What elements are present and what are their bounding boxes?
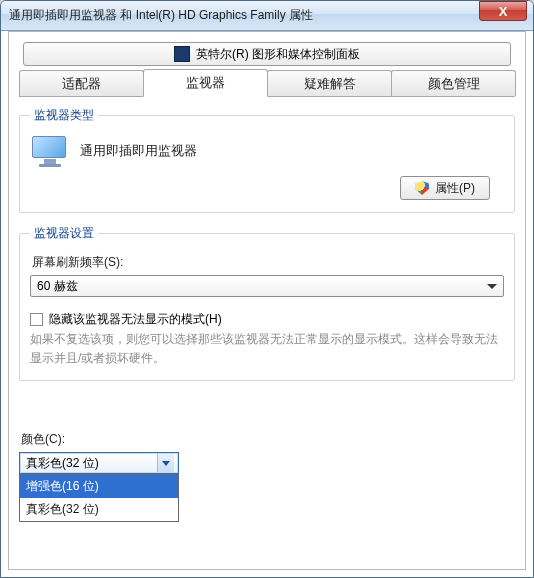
titlebar[interactable]: 通用即插即用监视器 和 Intel(R) HD Graphics Family …: [1, 1, 533, 31]
properties-button[interactable]: 属性(P): [400, 176, 490, 200]
chevron-down-icon: [487, 284, 497, 289]
close-icon: X: [499, 4, 508, 19]
properties-button-label: 属性(P): [435, 180, 475, 197]
client-area: 英特尔(R) 图形和媒体控制面板 适配器 监视器 疑难解答 颜色管理 监视器类型: [8, 31, 526, 570]
uac-shield-icon: [415, 181, 429, 195]
tab-label: 适配器: [62, 75, 101, 93]
tab-label: 颜色管理: [428, 75, 480, 93]
option-label: 增强色(16 位): [26, 479, 99, 493]
group-monitor-type: 监视器类型 通用即插即用监视器 属性(P): [19, 107, 515, 213]
refresh-rate-select[interactable]: 60 赫兹: [30, 275, 504, 297]
intel-control-panel-label: 英特尔(R) 图形和媒体控制面板: [196, 46, 360, 63]
color-dropdown-list: 增强色(16 位) 真彩色(32 位): [19, 474, 179, 522]
intel-control-panel-button[interactable]: 英特尔(R) 图形和媒体控制面板: [23, 42, 511, 66]
hide-modes-label: 隐藏该监视器无法显示的模式(H): [49, 311, 222, 328]
monitor-icon: [32, 136, 68, 166]
intel-icon: [174, 46, 190, 62]
color-select[interactable]: 真彩色(32 位): [19, 452, 179, 474]
tab-troubleshoot[interactable]: 疑难解答: [267, 70, 392, 96]
close-button[interactable]: X: [479, 1, 527, 21]
hide-modes-checkbox[interactable]: [30, 313, 43, 326]
color-select-dropdown-button[interactable]: [157, 454, 174, 472]
tab-label: 疑难解答: [304, 75, 356, 93]
tab-label: 监视器: [186, 74, 225, 92]
window-title: 通用即插即用监视器 和 Intel(R) HD Graphics Family …: [9, 7, 479, 24]
group-legend: 监视器设置: [30, 225, 98, 242]
group-monitor-settings: 监视器设置 屏幕刷新频率(S): 60 赫兹 隐藏该监视器无法显示的模式(H) …: [19, 225, 515, 381]
refresh-rate-value: 60 赫兹: [37, 278, 78, 295]
monitor-name: 通用即插即用监视器: [80, 142, 197, 160]
option-label: 真彩色(32 位): [26, 502, 99, 516]
group-legend: 监视器类型: [30, 107, 98, 124]
refresh-rate-label: 屏幕刷新频率(S):: [32, 254, 504, 271]
tabs: 适配器 监视器 疑难解答 颜色管理: [19, 69, 515, 97]
chevron-down-icon: [162, 461, 170, 466]
properties-window: 通用即插即用监视器 和 Intel(R) HD Graphics Family …: [0, 0, 534, 578]
hide-modes-help: 如果不复选该项，则您可以选择那些该监视器无法正常显示的显示模式。这样会导致无法显…: [30, 330, 504, 368]
color-select-value: 真彩色(32 位): [26, 455, 99, 472]
tab-adapter[interactable]: 适配器: [19, 70, 144, 96]
tab-monitor[interactable]: 监视器: [143, 69, 268, 97]
tab-color-management[interactable]: 颜色管理: [391, 70, 516, 96]
color-label: 颜色(C):: [21, 431, 515, 448]
color-option-32bit[interactable]: 真彩色(32 位): [20, 498, 178, 521]
color-option-16bit[interactable]: 增强色(16 位): [20, 475, 178, 498]
